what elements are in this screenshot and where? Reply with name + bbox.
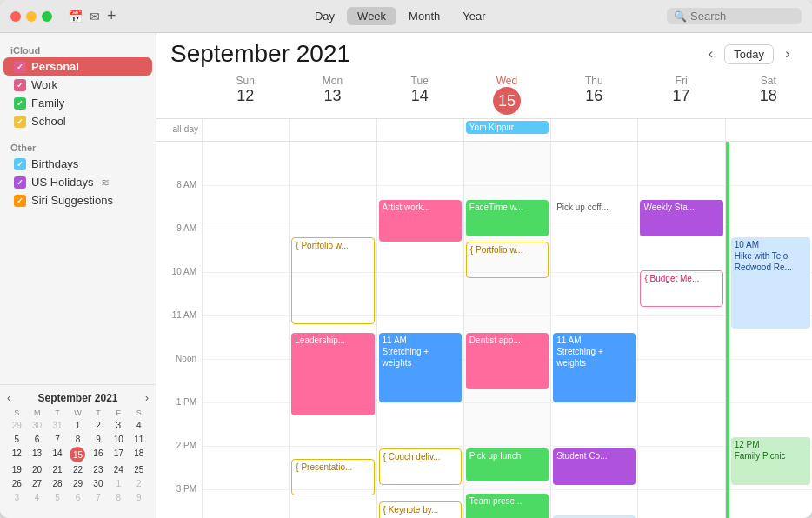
main-window: 📅 ✉ + Day Week Month Year 🔍 iCloud ✓ xyxy=(0,0,812,518)
mini-day-14[interactable]: 14 xyxy=(48,447,67,462)
mini-day-7[interactable]: 7 xyxy=(48,433,67,446)
event-portfolio-mon[interactable]: { Portfolio w... xyxy=(291,237,374,324)
mini-day-27[interactable]: 27 xyxy=(27,477,46,490)
mini-day-10[interactable]: 10 xyxy=(109,433,128,446)
close-button[interactable] xyxy=(10,11,21,22)
mini-day-8o[interactable]: 8 xyxy=(109,491,128,504)
mini-day-30o[interactable]: 30 xyxy=(27,419,46,432)
sidebar-item-personal[interactable]: ✓ Personal xyxy=(3,57,152,76)
mini-day-7o[interactable]: 7 xyxy=(89,491,108,504)
mini-day-12[interactable]: 12 xyxy=(7,447,26,462)
calendar-icon[interactable]: 📅 xyxy=(68,10,83,23)
mini-cal-next[interactable]: › xyxy=(145,392,149,404)
tab-year[interactable]: Year xyxy=(452,7,496,25)
mini-day-11[interactable]: 11 xyxy=(130,433,149,446)
event-pickup-lunch[interactable]: Pick up lunch xyxy=(466,448,549,481)
sidebar-item-siri[interactable]: ✓ Siri Suggestions xyxy=(3,191,152,209)
event-student-co[interactable]: Student Co... xyxy=(553,448,636,485)
mini-day-26[interactable]: 26 xyxy=(7,477,26,490)
search-bar[interactable]: 🔍 xyxy=(667,8,802,24)
mini-day-5o[interactable]: 5 xyxy=(48,491,67,504)
dow-m: M xyxy=(27,408,46,418)
mini-day-3o[interactable]: 3 xyxy=(7,491,26,504)
sidebar-item-birthdays[interactable]: ✓ Birthdays xyxy=(3,155,152,173)
mini-day-4o[interactable]: 4 xyxy=(27,491,46,504)
tab-day[interactable]: Day xyxy=(304,7,345,25)
time-labels: 8 AM 9 AM 10 AM 11 AM Noon 1 PM 2 PM 3 P… xyxy=(156,142,202,518)
event-presentation[interactable]: { Presentatio... xyxy=(291,459,374,495)
day-header-sat18: Sat 18 xyxy=(725,71,812,118)
week-day-headers: Sun 12 Mon 13 Tue 14 Wed 15 xyxy=(156,71,812,119)
mini-day-2o[interactable]: 2 xyxy=(130,477,149,490)
hour-line xyxy=(551,272,637,273)
mini-day-5[interactable]: 5 xyxy=(7,433,26,446)
mini-day-16[interactable]: 16 xyxy=(89,447,108,462)
event-facetime[interactable]: FaceTime w... xyxy=(466,200,549,236)
event-couch-deliv[interactable]: { Couch deliv... xyxy=(379,448,462,485)
mini-day-8[interactable]: 8 xyxy=(68,433,87,446)
mini-day-9[interactable]: 9 xyxy=(89,433,108,446)
event-weekly-sta[interactable]: Weekly Sta... xyxy=(640,200,722,236)
hour-line xyxy=(638,359,724,360)
mini-day-25[interactable]: 25 xyxy=(130,463,149,476)
add-event-button[interactable]: + xyxy=(107,7,116,25)
sidebar-item-school[interactable]: ✓ School xyxy=(3,112,152,130)
today-button[interactable]: Today xyxy=(724,44,774,64)
mini-day-6o[interactable]: 6 xyxy=(68,491,87,504)
hour-line xyxy=(464,489,550,490)
sidebar-item-work[interactable]: ✓ Work xyxy=(3,76,152,94)
sidebar-item-us-holidays[interactable]: ✓ US Holidays ≋ xyxy=(3,173,152,191)
cal-prev-button[interactable]: ‹ xyxy=(700,43,721,64)
inbox-icon[interactable]: ✉ xyxy=(90,10,100,23)
minimize-button[interactable] xyxy=(26,11,37,22)
sidebar-item-family[interactable]: ✓ Family xyxy=(3,94,152,112)
mini-day-1[interactable]: 1 xyxy=(68,419,87,432)
yom-kippur-event[interactable]: Yom Kippur xyxy=(466,121,549,134)
sidebar: iCloud ✓ Personal ✓ Work ✓ Family xyxy=(0,33,156,518)
event-hike[interactable]: 10 AMHike with TejoRedwood Re... xyxy=(731,237,810,329)
event-pickup-coff[interactable]: Pick up coff... xyxy=(553,200,636,236)
event-artist-work[interactable]: Artist work... xyxy=(379,200,462,242)
mini-day-6[interactable]: 6 xyxy=(27,433,46,446)
event-portfolio-wed[interactable]: { Portfolio w... xyxy=(466,242,549,278)
time-grid-inner: 8 AM 9 AM 10 AM 11 AM Noon 1 PM 2 PM 3 P… xyxy=(156,142,812,518)
event-dentist[interactable]: Dentist app... xyxy=(466,333,549,389)
maximize-button[interactable] xyxy=(42,11,52,22)
mini-day-1o[interactable]: 1 xyxy=(109,477,128,490)
event-family-picnic[interactable]: 12 PMFamily Picnic xyxy=(731,437,810,485)
mini-day-23[interactable]: 23 xyxy=(89,463,108,476)
mini-day-18[interactable]: 18 xyxy=(130,447,149,462)
event-keynote[interactable]: { Keynote by... xyxy=(379,501,462,518)
mini-day-9o[interactable]: 9 xyxy=(130,491,149,504)
event-team-prese[interactable]: Team prese... xyxy=(466,494,549,518)
event-leadership[interactable]: Leadership... xyxy=(291,333,374,415)
mini-day-2[interactable]: 2 xyxy=(89,419,108,432)
mini-day-29o[interactable]: 29 xyxy=(7,419,26,432)
mini-day-3[interactable]: 3 xyxy=(109,419,128,432)
mini-day-21[interactable]: 21 xyxy=(48,463,67,476)
event-stretching-tue[interactable]: 11 AMStretching + weights xyxy=(379,333,462,402)
mini-day-4[interactable]: 4 xyxy=(130,419,149,432)
mini-day-31o[interactable]: 31 xyxy=(48,419,67,432)
mini-day-15[interactable]: 15 xyxy=(70,447,85,462)
dow-s2: S xyxy=(130,408,149,418)
mini-day-19[interactable]: 19 xyxy=(7,463,26,476)
us-holidays-label: US Holidays xyxy=(31,176,94,189)
tab-week[interactable]: Week xyxy=(347,7,396,25)
us-holidays-checkbox: ✓ xyxy=(14,176,26,189)
mini-day-13[interactable]: 13 xyxy=(27,447,46,462)
mini-day-29[interactable]: 29 xyxy=(68,477,87,490)
mini-day-24[interactable]: 24 xyxy=(109,463,128,476)
event-stretching-thu[interactable]: 11 AMStretching + weights xyxy=(553,333,636,402)
mini-day-30[interactable]: 30 xyxy=(89,477,108,490)
cal-next-button[interactable]: › xyxy=(777,43,798,64)
mini-day-28[interactable]: 28 xyxy=(48,477,67,490)
mini-day-20[interactable]: 20 xyxy=(27,463,46,476)
hour-line xyxy=(377,272,463,273)
mini-cal-prev[interactable]: ‹ xyxy=(7,392,10,404)
search-input[interactable] xyxy=(690,10,795,23)
event-budget-me[interactable]: { Budget Me... xyxy=(640,270,722,307)
tab-month[interactable]: Month xyxy=(398,7,450,25)
mini-day-17[interactable]: 17 xyxy=(109,447,128,462)
mini-day-22[interactable]: 22 xyxy=(68,463,87,476)
